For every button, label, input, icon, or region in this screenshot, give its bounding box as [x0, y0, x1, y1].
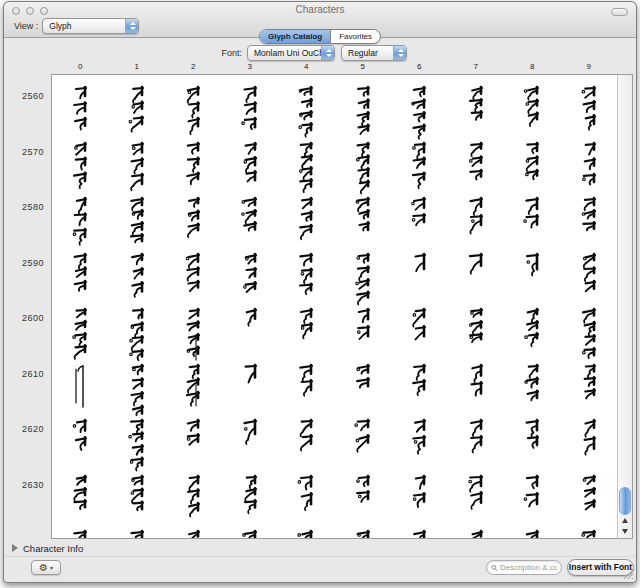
glyph-cell[interactable] — [335, 244, 392, 300]
glyph-cell[interactable] — [561, 299, 618, 355]
glyph-cell[interactable] — [561, 244, 618, 300]
glyph-cell[interactable] — [278, 466, 335, 522]
glyph-cell[interactable] — [448, 410, 505, 466]
glyph-cell[interactable] — [165, 410, 222, 466]
glyph-cell[interactable] — [165, 521, 222, 538]
glyph-cell[interactable] — [222, 244, 279, 300]
glyph-cell[interactable] — [52, 299, 109, 355]
glyph-cell[interactable] — [222, 466, 279, 522]
glyph-cell[interactable] — [504, 77, 561, 133]
glyph-cell[interactable] — [222, 355, 279, 411]
glyph-cell[interactable] — [222, 77, 279, 133]
glyph-cell[interactable] — [278, 188, 335, 244]
glyph-cell[interactable] — [561, 410, 618, 466]
scroll-down-button[interactable] — [618, 526, 632, 537]
glyph-cell[interactable] — [448, 299, 505, 355]
glyph-cell[interactable] — [52, 188, 109, 244]
scrollbar-thumb[interactable] — [619, 487, 631, 515]
glyph-cell[interactable] — [109, 521, 166, 538]
glyph-cell[interactable] — [222, 133, 279, 189]
scroll-up-button[interactable] — [618, 515, 632, 526]
glyph-cell[interactable] — [335, 355, 392, 411]
glyph-cell[interactable] — [109, 188, 166, 244]
glyph-cell[interactable] — [52, 410, 109, 466]
glyph-cell[interactable] — [561, 466, 618, 522]
glyph-cell[interactable] — [52, 77, 109, 133]
glyph-cell[interactable] — [278, 244, 335, 300]
glyph-cell[interactable] — [448, 188, 505, 244]
glyph-cell[interactable] — [165, 355, 222, 411]
glyph-cell[interactable] — [222, 188, 279, 244]
resize-grip[interactable] — [622, 568, 634, 580]
glyph-cell[interactable] — [278, 77, 335, 133]
glyph-cell[interactable] — [52, 355, 109, 411]
glyph-cell[interactable] — [165, 188, 222, 244]
glyph-cell[interactable] — [52, 521, 109, 538]
glyph-cell[interactable] — [504, 466, 561, 522]
glyph-cell[interactable] — [165, 299, 222, 355]
search-input[interactable] — [500, 563, 557, 572]
glyph-cell[interactable] — [391, 466, 448, 522]
action-menu-button[interactable]: ⚙ ▾ — [31, 560, 61, 575]
glyph-cell[interactable] — [52, 133, 109, 189]
glyph-cell[interactable] — [391, 521, 448, 538]
glyph-cell[interactable] — [109, 299, 166, 355]
glyph-cell[interactable] — [504, 299, 561, 355]
vertical-scrollbar[interactable] — [617, 75, 632, 538]
glyph-cell[interactable] — [278, 299, 335, 355]
glyph-cell[interactable] — [109, 77, 166, 133]
glyph-cell[interactable] — [561, 77, 618, 133]
glyph-cell[interactable] — [109, 466, 166, 522]
glyph-cell[interactable] — [109, 355, 166, 411]
glyph-cell[interactable] — [448, 355, 505, 411]
glyph-cell[interactable] — [52, 466, 109, 522]
glyph-cell[interactable] — [504, 410, 561, 466]
glyph-cell[interactable] — [391, 244, 448, 300]
glyph-cell[interactable] — [504, 521, 561, 538]
glyph-cell[interactable] — [504, 188, 561, 244]
glyph-cell[interactable] — [504, 355, 561, 411]
glyph-cell[interactable] — [448, 466, 505, 522]
tab-glyph-catalog[interactable]: Glyph Catalog — [260, 30, 331, 43]
glyph-cell[interactable] — [165, 133, 222, 189]
glyph-cell[interactable] — [561, 355, 618, 411]
glyph-cell[interactable] — [448, 521, 505, 538]
glyph-cell[interactable] — [52, 244, 109, 300]
glyph-cell[interactable] — [109, 133, 166, 189]
glyph-cell[interactable] — [448, 77, 505, 133]
glyph-cell[interactable] — [165, 77, 222, 133]
glyph-cell[interactable] — [278, 410, 335, 466]
glyph-cell[interactable] — [278, 521, 335, 538]
glyph-cell[interactable] — [109, 410, 166, 466]
glyph-cell[interactable] — [391, 355, 448, 411]
glyph-cell[interactable] — [222, 521, 279, 538]
toolbar-toggle-button[interactable] — [611, 8, 628, 16]
glyph-cell[interactable] — [391, 77, 448, 133]
glyph-cell[interactable] — [561, 133, 618, 189]
glyph-cell[interactable] — [448, 133, 505, 189]
glyph-cell[interactable] — [278, 355, 335, 411]
glyph-cell[interactable] — [222, 410, 279, 466]
disclosure-triangle-icon[interactable] — [12, 544, 18, 552]
tab-favorites[interactable]: Favorites — [331, 30, 380, 43]
view-popup[interactable]: Glyph — [42, 18, 139, 34]
font-popup[interactable]: Monlam Uni OuChan2 — [247, 45, 335, 61]
glyph-cell[interactable] — [109, 244, 166, 300]
glyph-cell[interactable] — [165, 244, 222, 300]
font-style-popup[interactable]: Regular — [341, 45, 407, 61]
glyph-cell[interactable] — [391, 410, 448, 466]
glyph-cell[interactable] — [335, 521, 392, 538]
search-field[interactable] — [486, 560, 562, 575]
glyph-cell[interactable] — [391, 188, 448, 244]
glyph-cell[interactable] — [222, 299, 279, 355]
glyph-cell[interactable] — [561, 521, 618, 538]
glyph-cell[interactable] — [335, 466, 392, 522]
glyph-cell[interactable] — [561, 188, 618, 244]
glyph-cell[interactable] — [335, 188, 392, 244]
glyph-cell[interactable] — [335, 299, 392, 355]
glyph-cell[interactable] — [504, 244, 561, 300]
glyph-cell[interactable] — [335, 133, 392, 189]
glyph-cell[interactable] — [335, 77, 392, 133]
glyph-cell[interactable] — [448, 244, 505, 300]
glyph-cell[interactable] — [278, 133, 335, 189]
